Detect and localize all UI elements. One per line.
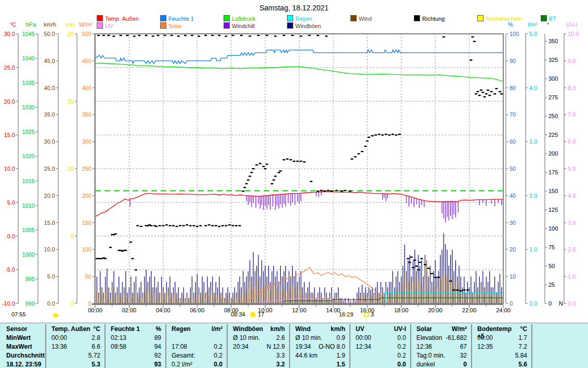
axis-unit-UV-I: UV-I: [566, 21, 577, 28]
cell-label: MinWert: [6, 334, 31, 342]
direction-point: [463, 289, 465, 290]
direction-point: [140, 226, 142, 227]
axis-tick-label: 5.0: [7, 199, 15, 206]
table-row: Gesamt:0.2: [165, 352, 227, 360]
axis-tick-label: 10.0: [4, 166, 15, 172]
direction-point: [131, 258, 134, 259]
direction-point: [120, 35, 122, 36]
direction-point: [421, 258, 423, 259]
direction-point: [488, 95, 491, 96]
direction-point: [484, 96, 486, 97]
direction-point: [136, 225, 139, 226]
direction-point: [413, 260, 416, 261]
direction-point: [473, 41, 476, 42]
direction-point: [231, 35, 234, 36]
table-row: 0.2 l/m²0.0: [165, 361, 227, 368]
axis-tick-label: 2.0: [529, 193, 537, 199]
axis-tick-label: 15.0: [44, 220, 55, 226]
cell-value: l/m²: [212, 325, 223, 334]
direction-point: [327, 190, 330, 191]
direction-point: [104, 258, 107, 259]
direction-point: [476, 91, 479, 92]
direction-point: [145, 35, 148, 36]
axis-tick-label: 20.0: [4, 98, 15, 105]
sunrise-extra: 17: [258, 311, 264, 318]
direction-point: [240, 35, 243, 36]
direction-point: [437, 277, 440, 278]
direction-point: [211, 225, 214, 226]
direction-point: [250, 172, 253, 173]
cell-value: km/h: [331, 325, 345, 334]
cell-value: 32: [460, 352, 467, 360]
cell-value: 0.2: [214, 343, 223, 351]
direction-point: [335, 190, 338, 191]
cell-label: 44.6 km: [295, 352, 318, 360]
sun-up-arrow-icon: ▲: [346, 311, 351, 316]
direction-point: [371, 135, 374, 136]
cell-value: 0.2: [397, 352, 406, 360]
direction-point: [196, 226, 199, 227]
table-row: 5.84: [471, 352, 531, 360]
axis-tick-label: 20: [68, 31, 74, 37]
table-row: 3.3: [227, 352, 289, 360]
table-row: 3.2: [227, 361, 289, 368]
axis-tick-label: 25.0: [44, 166, 55, 172]
cell-value: km/h: [270, 325, 285, 334]
axis-tick-label: 450: [82, 58, 92, 64]
axis-tick-label: 350: [548, 38, 558, 44]
direction-point: [186, 224, 188, 225]
axis-tick-label: 1035: [22, 80, 35, 86]
direction-point: [225, 225, 227, 226]
axis-tick-label: 5: [71, 233, 74, 239]
direction-point: [279, 170, 282, 171]
direction-point: [500, 93, 503, 94]
table-row: 0.2: [349, 352, 410, 360]
cell-label: 20:34: [233, 343, 249, 351]
axis-unit-°C: °C: [10, 21, 16, 28]
cell-label: Regen: [172, 325, 191, 334]
direction-point: [325, 35, 328, 36]
direction-point: [410, 257, 413, 258]
table-row: 0.0: [349, 361, 410, 368]
moon-icon: [53, 313, 59, 317]
direction-point: [176, 226, 178, 227]
cell-label: Tag:0 min.: [416, 352, 445, 360]
cell-label: 17:08: [172, 343, 187, 351]
direction-point: [109, 247, 112, 248]
axis-tick-label: 125: [548, 207, 558, 213]
direction-point: [434, 277, 437, 278]
direction-point: [317, 35, 319, 36]
axis-tick-label: 400: [82, 85, 92, 91]
direction-point: [499, 91, 501, 92]
table-row: 17:080.2: [165, 343, 227, 351]
direction-point: [317, 191, 319, 192]
axis-tick-label: 300: [548, 75, 558, 82]
axis-tick-label: 35.0: [44, 111, 55, 118]
direction-point: [164, 35, 166, 36]
x-tick-label: 24:00: [496, 307, 511, 313]
direction-point: [409, 262, 411, 263]
direction-point: [191, 35, 193, 36]
axis-tick-label: 200: [82, 193, 92, 199]
sun-down-arrow-icon: ▼: [240, 310, 245, 315]
direction-point: [152, 35, 154, 36]
cell-value: 5.72: [88, 352, 100, 360]
cell-value: 5.6: [518, 361, 527, 368]
cell-label: Durchschnitt: [6, 352, 45, 360]
direction-point: [466, 289, 469, 290]
cell-value: 5.3: [92, 361, 100, 368]
cell-value: O-NO 8.0: [319, 343, 345, 351]
direction-point: [478, 95, 481, 96]
direction-point: [407, 258, 409, 259]
cell-label: Feuchte 1: [111, 325, 140, 334]
direction-point: [215, 225, 217, 226]
cell-value: -61.682: [446, 334, 467, 342]
axis-tick-label: 0: [88, 300, 92, 307]
axis-tick-label: 3.0: [529, 138, 537, 145]
table-row: 1.5: [289, 361, 349, 368]
cell-label: 0.2 l/m²: [172, 361, 192, 368]
cell-value: 93: [154, 361, 161, 368]
direction-point: [112, 35, 115, 36]
axis-tick-label: 15.0: [4, 132, 15, 138]
cell-label: 12:35: [477, 343, 493, 351]
